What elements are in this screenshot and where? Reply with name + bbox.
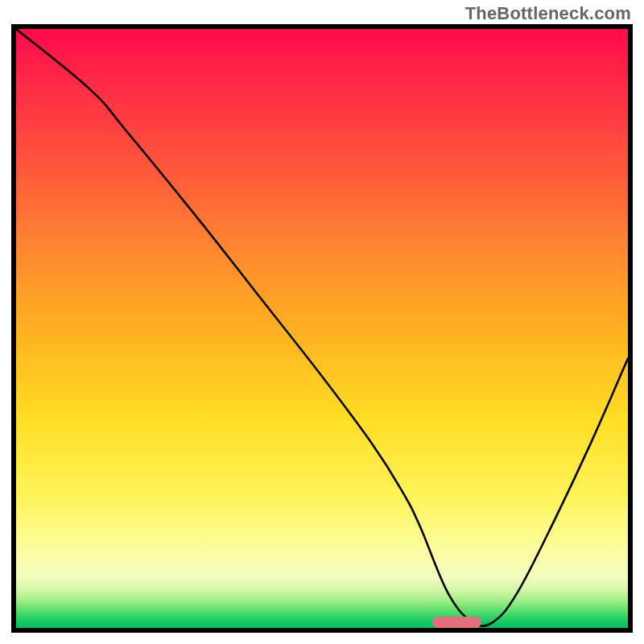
chart-frame: TheBottleneck.com: [0, 0, 644, 644]
plot-border: [11, 24, 633, 633]
plot-area: [11, 24, 633, 633]
watermark-text: TheBottleneck.com: [465, 3, 631, 24]
